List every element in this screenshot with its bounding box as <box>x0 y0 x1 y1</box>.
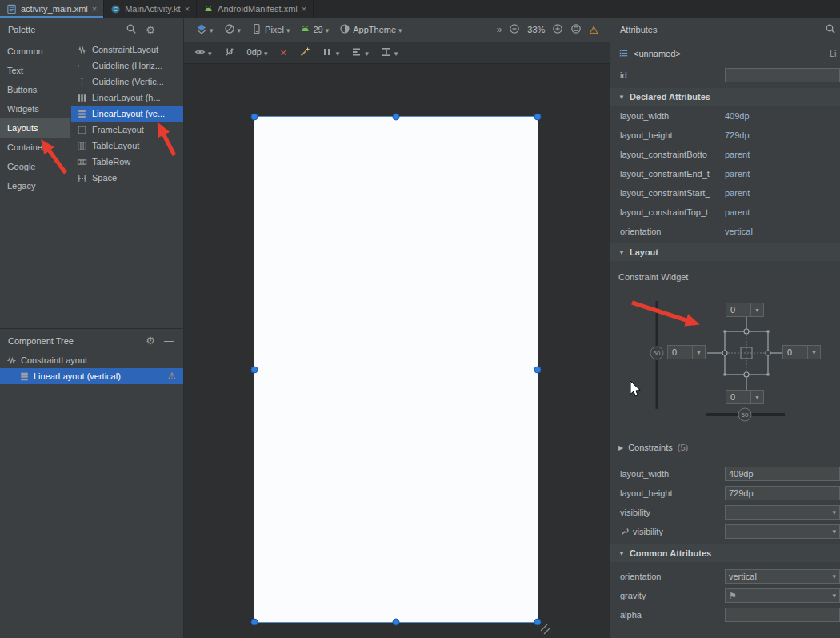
tree-item[interactable]: LinearLayout (vertical)⚠ <box>0 368 183 384</box>
align-button[interactable]: ▾ <box>349 45 371 61</box>
section-common-attributes[interactable]: ▼ Common Attributes <box>610 544 840 562</box>
tree-item-label: ConstraintLayout <box>21 355 87 365</box>
zoom-fit-button[interactable] <box>570 23 582 36</box>
attribute-row[interactable]: layout_width409dp <box>610 106 840 126</box>
tab-label: activity_main.xml <box>21 4 88 14</box>
editor-tab-2[interactable]: AndroidManifest.xml× <box>197 0 314 18</box>
zoom-out-button[interactable] <box>509 23 520 36</box>
device-button[interactable]: Pixel ▾ <box>249 22 292 38</box>
margin-top-dropdown[interactable]: 0▾ <box>726 303 764 317</box>
autoconnect-button[interactable] <box>222 45 238 61</box>
palette-component[interactable]: LinearLayout (ve... <box>71 106 183 122</box>
palette-category-google[interactable]: Google <box>0 157 70 176</box>
layout_width-input[interactable]: 409dp <box>725 467 840 481</box>
svg-text:50: 50 <box>654 350 661 357</box>
selection-handle[interactable] <box>251 366 258 373</box>
attribute-row[interactable]: layout_constraintBottoparent <box>610 145 840 164</box>
attributes-panel: <unnamed> Li id ▼ Declared Attributes la… <box>610 42 840 638</box>
resize-corner-handle[interactable] <box>536 620 555 637</box>
attribute-row[interactable]: orientationvertical <box>610 222 840 241</box>
issues-warning-button[interactable]: ⚠ <box>589 25 598 35</box>
id-input[interactable] <box>725 68 840 82</box>
editor-tab-1[interactable]: CMainActivity.kt× <box>104 0 197 18</box>
infer-constraints-button[interactable] <box>297 45 313 61</box>
palette-category-text[interactable]: Text <box>0 61 70 80</box>
guidelines-button[interactable]: ▾ <box>378 45 401 61</box>
margin-bottom-dropdown[interactable]: 0▾ <box>726 390 764 404</box>
selection-handle[interactable] <box>393 619 400 626</box>
palette-category-legacy[interactable]: Legacy <box>0 176 70 195</box>
section-declared-attributes[interactable]: ▼ Declared Attributes <box>610 88 840 106</box>
minimize-icon[interactable]: — <box>164 336 174 346</box>
default-margin-value: 0dp <box>247 47 262 58</box>
constraints-collapsed-section[interactable]: ▶ Constraints (5) <box>610 439 840 456</box>
view-options-button[interactable]: ▾ <box>192 45 214 61</box>
layout_height-input[interactable]: 729dp <box>725 486 840 500</box>
palette-component[interactable]: LinearLayout (h... <box>71 90 183 106</box>
tab-label: MainActivity.kt <box>125 4 180 14</box>
orientation-dropdown[interactable]: vertical▾ <box>725 569 840 584</box>
editor-tab-0[interactable]: activity_main.xml× <box>0 0 104 18</box>
chevron-down-icon: ▾ <box>832 592 836 600</box>
selection-handle[interactable] <box>534 366 542 373</box>
attribute-row[interactable]: layout_constraintEnd_tparent <box>610 164 840 183</box>
palette-component[interactable]: Guideline (Horiz... <box>71 58 183 74</box>
constraint-widget[interactable]: 50 50 0▾0▾0▾0▾ <box>610 287 840 431</box>
palette-category-widgets[interactable]: Widgets <box>0 99 70 118</box>
close-icon[interactable]: × <box>92 5 97 14</box>
attribute-row[interactable]: layout_constraintStart_parent <box>610 183 840 203</box>
design-canvas[interactable]: ▾ 0dp ▾ ✕ ▾ ▾ <box>184 42 610 638</box>
close-icon[interactable]: × <box>302 5 306 14</box>
palette-panel: CommonTextButtonsWidgetsLayoutsContainer… <box>0 42 184 638</box>
design-surface-button[interactable]: ▾ <box>194 22 216 38</box>
attribute-row[interactable]: layout_height729dp <box>610 126 840 145</box>
palette-category-layouts[interactable]: Layouts <box>0 118 70 138</box>
close-icon[interactable]: × <box>185 5 190 14</box>
palette-component-label: FrameLayout <box>92 125 144 134</box>
pack-button[interactable]: ▾ <box>320 45 342 61</box>
palette-category-containers[interactable]: Containers <box>0 138 70 157</box>
selection-handle[interactable] <box>251 619 258 626</box>
linearlayout-horizontal-icon <box>77 93 87 103</box>
selected-component-row[interactable]: <unnamed> Li <box>610 43 840 64</box>
minimize-icon[interactable]: — <box>164 25 174 34</box>
alpha-input[interactable] <box>725 608 840 622</box>
zoom-in-button[interactable] <box>552 23 563 36</box>
theme-button[interactable]: AppTheme ▾ <box>337 22 404 38</box>
selection-handle[interactable] <box>251 114 258 121</box>
selection-handle[interactable] <box>393 114 400 121</box>
design-artboard[interactable] <box>254 117 538 622</box>
section-title: Declared Attributes <box>630 92 710 102</box>
tree-item[interactable]: ConstraintLayout <box>0 352 183 368</box>
selection-handle[interactable] <box>534 114 542 121</box>
visibility-dropdown[interactable]: ▾ <box>725 505 840 520</box>
palette-component[interactable]: TableRow <box>71 154 183 170</box>
orientation-button[interactable]: ▾ <box>222 22 244 38</box>
visibility-dropdown[interactable]: ▾ <box>725 524 840 539</box>
margin-left-dropdown[interactable]: 0▾ <box>667 345 706 359</box>
section-layout[interactable]: ▼ Layout <box>610 243 840 261</box>
search-icon[interactable] <box>825 23 836 36</box>
search-icon[interactable] <box>126 23 137 36</box>
palette-category-common[interactable]: Common <box>0 42 70 61</box>
margin-right-dropdown[interactable]: 0▾ <box>782 345 821 359</box>
component-tree-header: Component Tree ⚙ — <box>0 328 183 352</box>
toolbar-overflow-button[interactable]: » <box>497 25 502 34</box>
palette-category-buttons[interactable]: Buttons <box>0 80 70 99</box>
palette-component[interactable]: TableLayout <box>71 138 183 154</box>
gear-icon[interactable]: ⚙ <box>146 335 155 346</box>
palette-component[interactable]: ConstraintLayout <box>71 42 183 58</box>
attribute-row: layout_height729dp <box>610 484 840 503</box>
palette-component[interactable]: FrameLayout <box>71 122 183 138</box>
api-version-button[interactable]: 29 ▾ <box>298 22 331 38</box>
gear-icon[interactable]: ⚙ <box>146 25 155 35</box>
palette-component[interactable]: Space <box>71 170 183 186</box>
gravity-dropdown[interactable]: ⚑▾ <box>725 588 840 603</box>
default-margin-button[interactable]: 0dp ▾ <box>245 46 270 60</box>
clear-constraints-button[interactable]: ✕ <box>277 46 289 59</box>
palette-component-label: Guideline (Vertic... <box>92 77 164 86</box>
tab-label: AndroidManifest.xml <box>218 4 298 14</box>
tablerow-icon <box>77 157 87 167</box>
palette-component[interactable]: Guideline (Vertic... <box>71 74 183 90</box>
attribute-row[interactable]: layout_constraintTop_tparent <box>610 203 840 222</box>
